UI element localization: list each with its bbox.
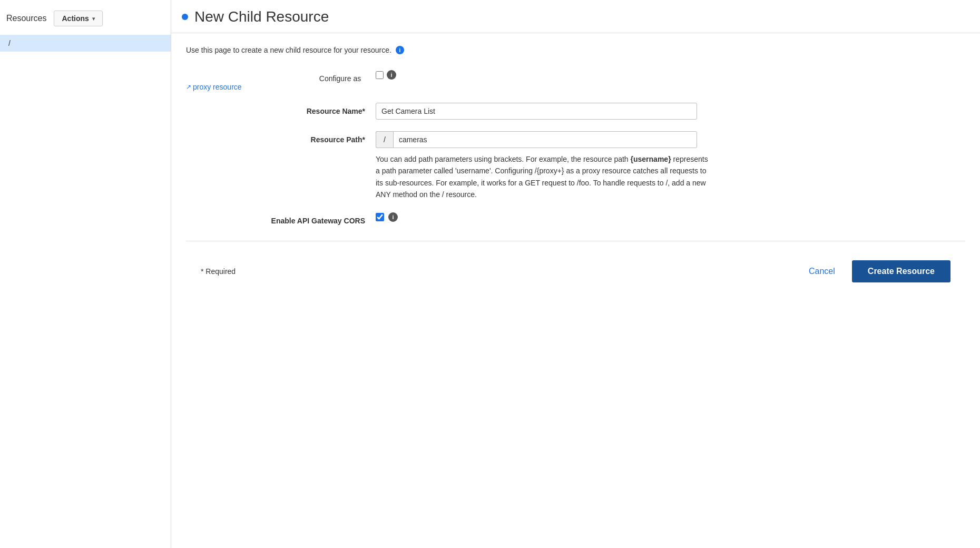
cors-row: Enable API Gateway CORS i	[186, 212, 766, 225]
main-body: Use this page to create a new child reso…	[171, 33, 980, 548]
header-blue-dot-icon	[182, 14, 188, 20]
proxy-info-icon[interactable]: i	[387, 70, 396, 80]
actions-caret-icon: ▾	[92, 16, 95, 22]
cors-checkbox[interactable]	[376, 213, 384, 221]
configure-proxy-label: Configure as ↗ proxy resource	[186, 70, 376, 91]
main-header: New Child Resource	[171, 0, 980, 33]
footer-buttons: Cancel Create Resource	[800, 260, 950, 282]
path-prefix: /	[376, 131, 393, 148]
footer-row: * Required Cancel Create Resource	[186, 252, 965, 291]
proxy-resource-link[interactable]: ↗ proxy resource	[186, 83, 365, 91]
path-input-group: /	[376, 131, 697, 148]
actions-button-label: Actions	[62, 14, 89, 23]
resource-path-control: / You can add path parameters using brac…	[376, 131, 766, 201]
cors-label: Enable API Gateway CORS	[186, 212, 376, 225]
resource-name-input[interactable]	[376, 103, 697, 120]
configure-proxy-row: Configure as ↗ proxy resource i	[186, 70, 766, 91]
required-note: * Required	[201, 267, 236, 276]
sidebar-header: Resources Actions ▾	[0, 5, 171, 35]
proxy-link-text: proxy resource	[193, 83, 242, 91]
resource-name-label: Resource Name*	[186, 103, 376, 115]
page-title: New Child Resource	[194, 8, 329, 25]
main-content: New Child Resource Use this page to crea…	[171, 0, 980, 548]
description-row: Use this page to create a new child reso…	[186, 46, 965, 54]
path-help-text: You can add path parameters using bracke…	[376, 153, 713, 201]
proxy-resource-checkbox[interactable]	[376, 71, 384, 79]
sidebar-title: Resources	[6, 14, 46, 23]
sidebar-item-root[interactable]: /	[0, 35, 171, 52]
page-description: Use this page to create a new child reso…	[186, 46, 391, 54]
resource-name-control	[376, 103, 766, 120]
footer-divider	[186, 241, 965, 241]
proxy-control-area: i	[376, 70, 766, 80]
external-link-icon: ↗	[186, 83, 191, 91]
resource-path-row: Resource Path* / You can add path parame…	[186, 131, 766, 201]
sidebar-item-label: /	[8, 39, 11, 47]
resource-path-input[interactable]	[393, 131, 697, 148]
cancel-button[interactable]: Cancel	[800, 261, 844, 281]
actions-button[interactable]: Actions ▾	[54, 11, 102, 26]
resource-path-label: Resource Path*	[186, 131, 376, 144]
sidebar: Resources Actions ▾ /	[0, 0, 171, 548]
cors-info-icon[interactable]: i	[388, 212, 398, 222]
create-resource-button[interactable]: Create Resource	[852, 260, 950, 282]
resource-name-row: Resource Name*	[186, 103, 766, 120]
description-info-icon[interactable]: i	[396, 46, 404, 54]
form-section: Configure as ↗ proxy resource i	[186, 70, 766, 225]
cors-control-area: i	[376, 212, 766, 222]
